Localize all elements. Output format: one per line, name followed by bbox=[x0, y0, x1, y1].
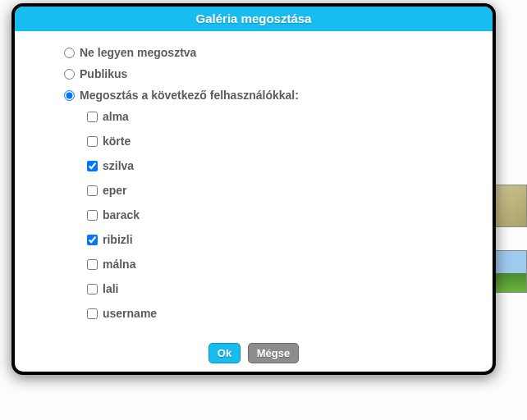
user-checkbox[interactable] bbox=[87, 161, 98, 171]
user-row[interactable]: ribizli bbox=[87, 233, 463, 246]
share-option-none-radio[interactable] bbox=[64, 48, 75, 58]
user-checkbox[interactable] bbox=[87, 185, 98, 196]
share-option-public-label: Publikus bbox=[80, 67, 127, 80]
user-row[interactable]: szilva bbox=[87, 159, 463, 172]
share-option-users[interactable]: Megosztás a következő felhasználókkal: bbox=[64, 89, 463, 102]
share-option-users-radio[interactable] bbox=[64, 90, 75, 101]
user-label: szilva bbox=[103, 159, 134, 172]
user-row[interactable]: lali bbox=[87, 282, 463, 295]
user-row[interactable]: eper bbox=[87, 184, 463, 197]
user-label: ribizli bbox=[103, 233, 133, 246]
share-option-none-label: Ne legyen megosztva bbox=[80, 46, 196, 59]
share-option-public[interactable]: Publikus bbox=[64, 67, 463, 80]
user-checkbox[interactable] bbox=[87, 210, 98, 221]
cancel-button[interactable]: Mégse bbox=[248, 343, 299, 363]
share-option-none[interactable]: Ne legyen megosztva bbox=[64, 46, 463, 59]
user-row[interactable]: barack bbox=[87, 208, 463, 221]
user-checkbox[interactable] bbox=[87, 259, 98, 270]
user-row[interactable]: málna bbox=[87, 258, 463, 271]
user-row[interactable]: username bbox=[87, 307, 463, 320]
user-checkbox[interactable] bbox=[87, 235, 98, 245]
user-checkbox[interactable] bbox=[87, 112, 98, 122]
user-label: eper bbox=[103, 184, 127, 197]
user-label: lali bbox=[103, 282, 118, 295]
share-option-users-label: Megosztás a következő felhasználókkal: bbox=[80, 89, 299, 102]
user-label: alma bbox=[103, 110, 129, 123]
user-list: alma körte szilva eper barack ribizli bbox=[87, 110, 463, 320]
user-checkbox[interactable] bbox=[87, 308, 98, 319]
user-row[interactable]: körte bbox=[87, 135, 463, 148]
user-checkbox[interactable] bbox=[87, 136, 98, 147]
dialog-body: Ne legyen megosztva Publikus Megosztás a… bbox=[15, 31, 493, 340]
dialog-title: Galéria megosztása bbox=[15, 7, 493, 31]
user-label: körte bbox=[103, 135, 131, 148]
dialog-footer: Ok Mégse bbox=[15, 340, 493, 372]
user-row[interactable]: alma bbox=[87, 110, 463, 123]
user-label: username bbox=[103, 307, 157, 320]
ok-button[interactable]: Ok bbox=[209, 343, 241, 363]
user-label: barack bbox=[103, 208, 140, 221]
share-option-public-radio[interactable] bbox=[64, 69, 75, 80]
share-gallery-dialog: Galéria megosztása Ne legyen megosztva P… bbox=[11, 3, 496, 375]
user-checkbox[interactable] bbox=[87, 284, 98, 294]
user-label: málna bbox=[103, 258, 135, 271]
